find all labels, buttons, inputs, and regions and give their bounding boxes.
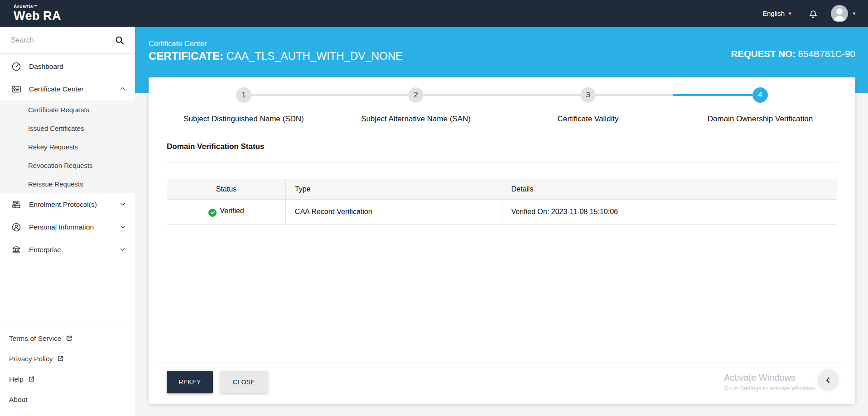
page-header-text: Certificate Center CERTIFICATE: CAA_TLS_… <box>149 39 403 62</box>
watermark-line2: Go to Settings to activate Windows. <box>724 385 817 392</box>
sidebar-item-label: Certificate Center <box>29 85 84 93</box>
sidebar-item-issued-certificates[interactable]: Issued Certificates <box>0 119 135 138</box>
certificate-detail-card: 1 2 3 4 Subject Distinguished Name (SDN)… <box>149 77 855 404</box>
help-link[interactable]: Help <box>0 369 135 389</box>
table-row: Verified CAA Record Verification Verifie… <box>167 200 837 225</box>
brand-ascertia: Ascertia™ <box>14 5 61 9</box>
page-title-label: CERTIFICATE: <box>149 50 223 62</box>
status-badge: Verified <box>220 207 244 215</box>
table-header-row: Status Type Details <box>167 179 837 200</box>
external-link-icon <box>28 376 35 383</box>
type-cell: CAA Record Verification <box>285 200 502 225</box>
page-title-value: CAA_TLS_AUTH_WITH_DV_NONE <box>227 50 403 62</box>
link-label: Help <box>9 375 24 383</box>
brand-webra: WebRA <box>14 9 61 23</box>
sidebar-item-revocation-requests[interactable]: Revocation Requests <box>0 156 135 175</box>
user-avatar[interactable] <box>831 5 848 22</box>
sidebar: Dashboard Certificate Center Certificate… <box>0 27 135 416</box>
page: { "colors": { "accent": "#2bb0e5", "navb… <box>0 0 868 416</box>
external-link-icon <box>66 335 72 342</box>
page-title: CERTIFICATE: CAA_TLS_AUTH_WITH_DV_NONE <box>149 50 403 62</box>
sidebar-item-label: Enrolment Protocol(s) <box>29 201 97 209</box>
column-header-type: Type <box>285 179 502 200</box>
step-2-label: Subject Alternative Name (SAN) <box>330 115 502 124</box>
step-4-circle[interactable]: 4 <box>752 87 768 103</box>
step-3-circle[interactable]: 3 <box>580 87 596 103</box>
sidebar-nav: Dashboard Certificate Center Certificate… <box>0 54 135 261</box>
domain-verification-table: Status Type Details Verified CAA Record … <box>167 179 837 225</box>
external-link-icon <box>57 355 64 362</box>
top-navbar: Ascertia™ WebRA English ▼ ▼ <box>0 0 868 27</box>
main-content: Certificate Center CERTIFICATE: CAA_TLS_… <box>135 27 868 416</box>
sidebar-item-dashboard[interactable]: Dashboard <box>0 55 135 78</box>
bank-building-icon <box>11 244 22 255</box>
sidebar-item-enterprise[interactable]: Enterprise <box>0 239 135 261</box>
stepper-connector <box>424 94 580 96</box>
link-label: Terms of Service <box>9 335 61 343</box>
sidebar-item-rekey-requests[interactable]: Rekey Requests <box>0 138 135 156</box>
chevron-down-icon <box>120 246 126 253</box>
topbar-controls: English ▼ ▼ <box>762 5 856 22</box>
notifications-bell-icon[interactable] <box>807 8 819 19</box>
sidebar-item-enrolment-protocols[interactable]: Enrolment Protocol(s) <box>0 193 135 216</box>
stepper-connector <box>251 94 408 96</box>
sidebar-item-label: Personal Information <box>29 223 94 231</box>
dashboard-gauge-icon <box>11 61 22 72</box>
certificate-card-icon <box>11 84 22 95</box>
request-number-value: 654B781C-90 <box>798 48 855 59</box>
chevron-down-icon <box>120 224 126 230</box>
language-label: English <box>762 10 785 17</box>
step-4-label: Domain Ownership Verification <box>674 115 846 124</box>
rekey-button[interactable]: REKEY <box>167 371 213 393</box>
section-title: Domain Verification Status <box>167 142 837 163</box>
stepper-connector-active <box>673 94 752 96</box>
step-1-label: Subject Distinguished Name (SDN) <box>158 115 330 124</box>
link-label: Privacy Policy <box>9 355 53 363</box>
sidebar-item-label: Dashboard <box>29 62 63 71</box>
step-1-circle[interactable]: 1 <box>236 87 251 103</box>
close-button[interactable]: CLOSE <box>220 371 268 393</box>
language-dropdown[interactable]: English ▼ <box>762 10 792 17</box>
chevron-down-icon <box>120 201 126 207</box>
about-link[interactable]: About <box>0 389 135 410</box>
chevron-up-icon <box>120 86 126 92</box>
chevron-down-icon: ▼ <box>788 11 792 16</box>
enrolment-device-icon <box>11 199 22 210</box>
verified-check-icon <box>208 209 217 217</box>
request-number: REQUEST NO: 654B781C-90 <box>731 48 855 59</box>
person-circle-icon <box>11 222 22 233</box>
watermark-line1: Activate Windows <box>724 373 817 383</box>
privacy-policy-link[interactable]: Privacy Policy <box>0 349 135 369</box>
request-number-label: REQUEST NO: <box>731 48 795 59</box>
chevron-left-icon <box>824 376 832 384</box>
wizard-stepper: 1 2 3 4 Subject Distinguished Name (SDN)… <box>149 77 855 131</box>
sidebar-footer: Terms of Service Privacy Policy Help Abo… <box>0 326 135 410</box>
terms-of-service-link[interactable]: Terms of Service <box>0 328 135 349</box>
stepper-connector <box>596 94 673 96</box>
step-2-circle[interactable]: 2 <box>408 87 424 103</box>
details-cell: Verified On: 2023-11-08 15:10:06 <box>502 200 837 225</box>
certificate-center-submenu: Certificate Requests Issued Certificates… <box>0 100 135 193</box>
breadcrumb: Certificate Center <box>149 39 403 48</box>
sidebar-item-certificate-center[interactable]: Certificate Center <box>0 78 135 100</box>
sidebar-item-reissue-requests[interactable]: Reissue Requests <box>0 175 135 193</box>
sidebar-search <box>0 27 135 54</box>
sidebar-item-label: Enterprise <box>29 246 61 254</box>
column-header-status: Status <box>167 179 286 200</box>
search-icon[interactable] <box>114 35 125 46</box>
brand-logo[interactable]: Ascertia™ WebRA <box>14 5 61 22</box>
sidebar-item-certificate-requests[interactable]: Certificate Requests <box>0 100 135 119</box>
activate-windows-watermark: Activate Windows Go to Settings to activ… <box>724 373 817 392</box>
user-menu-chevron-down-icon[interactable]: ▼ <box>852 11 856 16</box>
collapse-panel-button[interactable] <box>818 370 839 391</box>
link-label: About <box>9 396 28 404</box>
column-header-details: Details <box>502 179 837 200</box>
status-cell: Verified <box>167 200 286 225</box>
sidebar-item-personal-information[interactable]: Personal Information <box>0 216 135 239</box>
step-3-label: Certificate Validity <box>502 115 674 124</box>
